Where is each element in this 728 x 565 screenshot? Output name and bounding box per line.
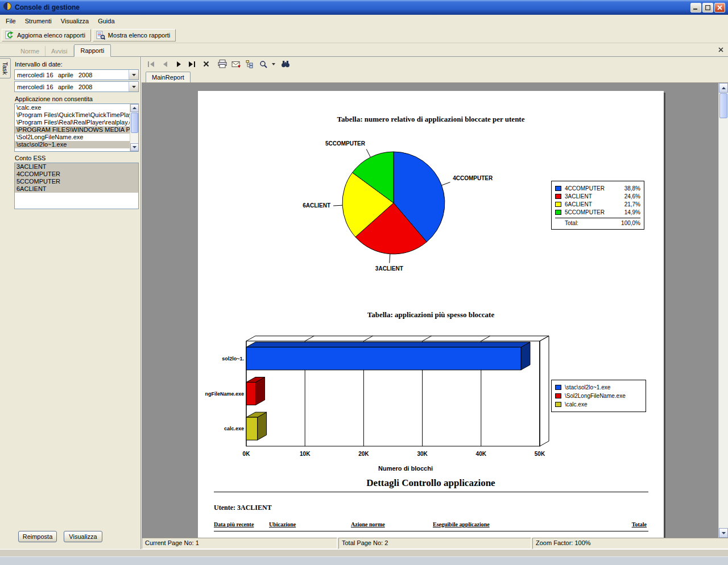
- status-zoom: Zoom Factor: 100%: [532, 538, 728, 549]
- svg-text:30K: 30K: [417, 451, 428, 457]
- status-total-page: Total Page No: 2: [338, 538, 531, 549]
- task-tab[interactable]: Task: [0, 58, 11, 78]
- app-icon: [3, 2, 12, 13]
- scrollbar-thumb[interactable]: [131, 113, 138, 133]
- date-to-day: mercoledì 16: [17, 84, 58, 90]
- col-eseguibile-applicazione: Eseguibile applicazione: [433, 521, 490, 527]
- export-icon[interactable]: [231, 59, 241, 69]
- legend-row: \Sol2LongFileName.exe: [555, 392, 642, 400]
- search-binoculars-icon[interactable]: [280, 59, 291, 69]
- list-item[interactable]: 5CCOMPUTER: [15, 178, 138, 185]
- date-from-dropdown-icon[interactable]: [129, 70, 138, 80]
- minimize-icon: [693, 5, 698, 10]
- svg-text:20K: 20K: [358, 451, 369, 457]
- menu-item-strumenti[interactable]: Strumenti: [20, 16, 56, 26]
- list-item[interactable]: 3ACLIENT: [15, 163, 138, 171]
- svg-text:0K: 0K: [243, 451, 251, 457]
- legend-value: 14,9%: [624, 209, 640, 215]
- report-viewer: MainReport Tabella: numero relativo di a…: [141, 57, 728, 549]
- legend-label: 4CCOMPUTER: [565, 185, 624, 192]
- refresh-report-list-button[interactable]: Aggiorna elenco rapporti: [2, 29, 91, 41]
- scroll-down-icon[interactable]: [130, 143, 139, 151]
- view-button[interactable]: Visualizza: [64, 531, 102, 542]
- list-item[interactable]: \stac\sol2lo~1.exe: [15, 141, 130, 148]
- app-listbox[interactable]: \calc.exe\Program Files\QuickTime\QuickT…: [14, 103, 139, 152]
- svg-text:calc.exe: calc.exe: [224, 426, 244, 431]
- close-button[interactable]: [714, 3, 725, 13]
- pie-chart-title: Tabella: numero relativo di applicazioni…: [198, 115, 664, 124]
- svg-text:40K: 40K: [476, 451, 487, 457]
- legend-label: 6ACLIENT: [565, 201, 624, 207]
- account-listbox[interactable]: 3ACLIENT4CCOMPUTER5CCOMPUTER6ACLIENT: [14, 163, 139, 209]
- col-totale: Totale: [632, 521, 647, 527]
- scroll-up-icon[interactable]: [130, 104, 139, 112]
- zoom-icon[interactable]: [258, 59, 268, 69]
- menu-bar: File Strumenti Visualizza Guida: [0, 15, 728, 27]
- tab-mainreport[interactable]: MainReport: [146, 72, 191, 82]
- tab-avvisi[interactable]: Avvisi: [46, 46, 74, 56]
- show-report-list-button[interactable]: Mostra elenco rapporti: [93, 29, 176, 41]
- panel-close-icon[interactable]: [717, 46, 725, 53]
- maximize-button[interactable]: [702, 3, 713, 13]
- previous-page-icon[interactable]: [160, 59, 170, 69]
- zoom-dropdown-icon[interactable]: [272, 63, 277, 65]
- pie-legend: 4CCOMPUTER38,8%3ACLIENT24,6%6ACLIENT21,7…: [551, 181, 644, 230]
- bar-legend-rows: \stac\sol2lo~1.exe\Sol2LongFileName.exe\…: [555, 383, 642, 409]
- legend-label: \stac\sol2lo~1.exe: [565, 384, 642, 390]
- first-page-icon[interactable]: [146, 59, 156, 69]
- last-page-icon[interactable]: [187, 59, 197, 69]
- date-from-picker[interactable]: mercoledì 16 aprile 2008: [14, 69, 139, 80]
- legend-label: 3ACLIENT: [565, 193, 624, 200]
- scroll-down-icon[interactable]: [719, 528, 728, 538]
- print-icon[interactable]: [217, 59, 228, 69]
- date-to-dropdown-icon[interactable]: [129, 82, 138, 92]
- legend-label: 5CCOMPUTER: [565, 209, 624, 215]
- bar-chart-title: Tabella: applicazioni più spesso bloccat…: [198, 310, 664, 319]
- content-area: Task Intervallo di date: mercoledì 16 ap…: [0, 57, 728, 549]
- minimize-button[interactable]: [690, 3, 701, 13]
- col-data-piu-recente: Data più recente: [214, 521, 254, 527]
- menu-item-guida[interactable]: Guida: [93, 16, 119, 26]
- legend-label: \Sol2LongFileName.exe: [565, 393, 642, 399]
- details-title: Dettagli Controllo applicazione: [198, 477, 664, 489]
- refresh-icon: [5, 31, 14, 40]
- legend-value: 24,6%: [624, 193, 640, 200]
- main-toolbar: Aggiorna elenco rapporti Mostra elenco r…: [0, 27, 728, 43]
- close-view-icon[interactable]: [201, 59, 211, 69]
- legend-row: 6ACLIENT21,7%: [555, 200, 640, 208]
- list-item[interactable]: \PROGRAM FILES\WINDOWS MEDIA PL: [15, 126, 130, 134]
- tab-rapporti[interactable]: Rapporti: [74, 44, 111, 57]
- scrollbar-thumb[interactable]: [719, 93, 727, 118]
- list-item[interactable]: \Program Files\Real\RealPlayer\realplay.…: [15, 119, 130, 126]
- reset-button[interactable]: Reimposta: [18, 531, 57, 542]
- list-item[interactable]: \Sol2LongFileName.exe: [15, 134, 130, 141]
- next-page-icon[interactable]: [173, 59, 184, 69]
- svg-text:6ACLIENT: 6ACLIENT: [303, 202, 330, 209]
- svg-text:sol2lo~1.: sol2lo~1.: [222, 356, 244, 362]
- total-value: 100,0%: [621, 220, 640, 226]
- task-strip: Task: [0, 57, 13, 549]
- menu-item-visualizza[interactable]: Visualizza: [56, 16, 93, 26]
- bar-chart-xlabel: Numero di blocchi: [218, 465, 593, 472]
- date-to-year: 2008: [78, 84, 129, 90]
- maximize-icon: [705, 5, 710, 10]
- vertical-scrollbar[interactable]: [718, 83, 728, 538]
- app-listbox-scrollbar[interactable]: [130, 104, 138, 151]
- tab-norme[interactable]: Norme: [15, 46, 46, 56]
- legend-row: \stac\sol2lo~1.exe: [555, 383, 642, 392]
- report-list-icon: [96, 31, 105, 40]
- list-item[interactable]: 4CCOMPUTER: [15, 171, 138, 178]
- legend-swatch: [555, 186, 561, 191]
- list-item[interactable]: \Program Files\QuickTime\QuickTimePlaye: [15, 111, 130, 119]
- list-item[interactable]: \calc.exe: [15, 104, 130, 111]
- report-page: Tabella: numero relativo di applicazioni…: [198, 91, 664, 538]
- list-item[interactable]: 6ACLIENT: [15, 185, 138, 193]
- legend-swatch: [555, 210, 561, 215]
- group-tree-icon[interactable]: [245, 59, 255, 69]
- horizontal-rule: [214, 531, 648, 531]
- scroll-up-icon[interactable]: [719, 83, 728, 93]
- legend-value: 38,8%: [624, 185, 640, 192]
- date-range-label: Intervallo di date:: [15, 61, 63, 68]
- date-to-picker[interactable]: mercoledì 16 aprile 2008: [14, 81, 139, 92]
- menu-item-file[interactable]: File: [1, 16, 20, 26]
